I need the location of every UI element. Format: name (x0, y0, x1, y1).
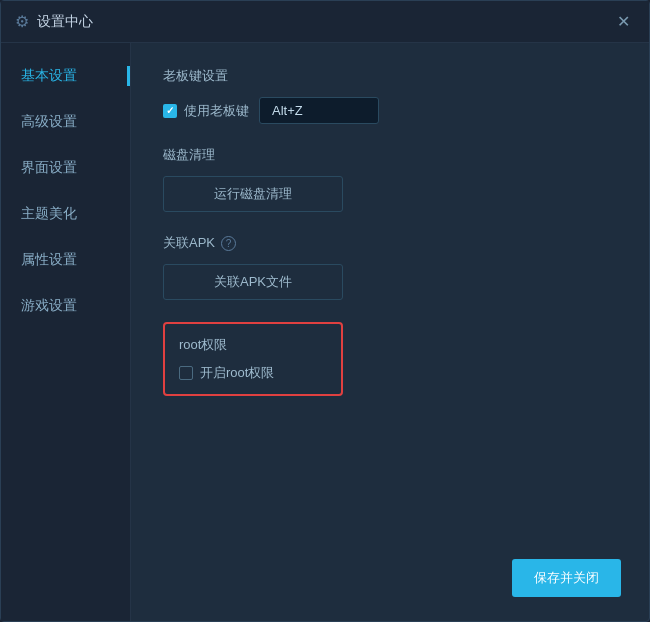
root-section-box: root权限 开启root权限 (163, 322, 343, 396)
boss-key-checkbox-label: 使用老板键 (184, 102, 249, 120)
gear-icon: ⚙ (15, 12, 29, 31)
root-checkbox-wrap: 开启root权限 (179, 364, 327, 382)
sidebar-label-property: 属性设置 (21, 251, 77, 267)
root-section: root权限 开启root权限 (163, 322, 617, 396)
disk-clean-title: 磁盘清理 (163, 146, 617, 164)
root-checkbox[interactable] (179, 366, 193, 380)
root-checkbox-label: 开启root权限 (200, 364, 274, 382)
sidebar: 基本设置 高级设置 界面设置 主题美化 属性设置 游戏设置 (1, 43, 131, 621)
disk-clean-section: 磁盘清理 运行磁盘清理 (163, 146, 617, 212)
link-apk-section: 关联APK ? 关联APK文件 (163, 234, 617, 300)
sidebar-item-property[interactable]: 属性设置 (1, 237, 130, 283)
close-button[interactable]: ✕ (611, 10, 635, 34)
sidebar-label-game: 游戏设置 (21, 297, 77, 313)
boss-key-section: 老板键设置 使用老板键 (163, 67, 617, 124)
boss-key-checkbox[interactable] (163, 104, 177, 118)
link-apk-button[interactable]: 关联APK文件 (163, 264, 343, 300)
link-apk-title: 关联APK (163, 234, 215, 252)
title-bar: ⚙ 设置中心 ✕ (1, 1, 649, 43)
save-close-button[interactable]: 保存并关闭 (512, 559, 621, 597)
boss-key-row: 使用老板键 (163, 97, 617, 124)
sidebar-item-ui[interactable]: 界面设置 (1, 145, 130, 191)
sidebar-label-basic: 基本设置 (21, 67, 77, 85)
sidebar-item-theme[interactable]: 主题美化 (1, 191, 130, 237)
help-icon[interactable]: ? (221, 236, 236, 251)
boss-key-checkbox-wrap: 使用老板键 (163, 102, 249, 120)
content-area: 基本设置 高级设置 界面设置 主题美化 属性设置 游戏设置 老板键设置 (1, 43, 649, 621)
disk-clean-button[interactable]: 运行磁盘清理 (163, 176, 343, 212)
boss-key-title: 老板键设置 (163, 67, 617, 85)
sidebar-label-theme: 主题美化 (21, 205, 77, 221)
sidebar-label-ui: 界面设置 (21, 159, 77, 175)
settings-window: ⚙ 设置中心 ✕ 基本设置 高级设置 界面设置 主题美化 属性设置 游戏设置 (0, 0, 650, 622)
root-title: root权限 (179, 336, 327, 354)
link-apk-label-row: 关联APK ? (163, 234, 617, 252)
sidebar-item-basic[interactable]: 基本设置 (1, 53, 130, 99)
hotkey-input[interactable] (259, 97, 379, 124)
main-content: 老板键设置 使用老板键 磁盘清理 运行磁盘清理 关联APK ? (131, 43, 649, 621)
sidebar-label-advanced: 高级设置 (21, 113, 77, 129)
window-title: 设置中心 (37, 13, 611, 31)
sidebar-item-advanced[interactable]: 高级设置 (1, 99, 130, 145)
sidebar-item-game[interactable]: 游戏设置 (1, 283, 130, 329)
